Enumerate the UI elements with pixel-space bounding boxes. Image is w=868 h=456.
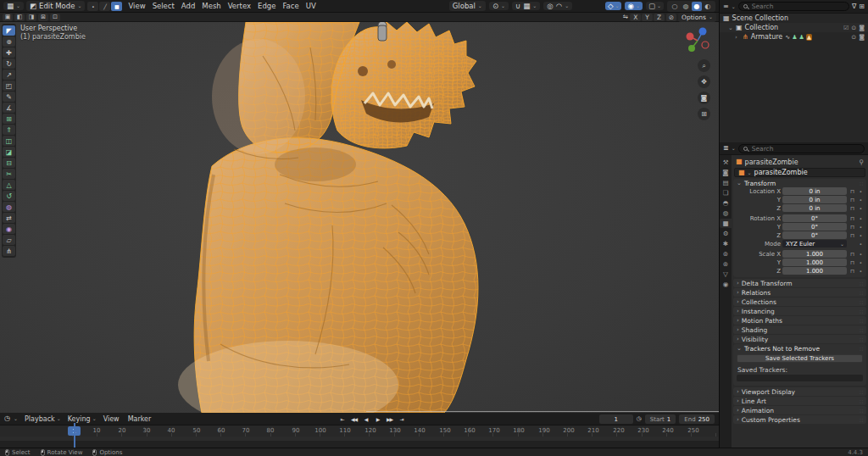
properties-search-input[interactable] (750, 144, 860, 153)
tool-loop-cut[interactable]: ⊟ (3, 158, 15, 168)
outliner-editor-icon[interactable]: ≡ (723, 3, 729, 10)
tool-shear[interactable]: ▱ (3, 235, 15, 245)
transform-panel-header[interactable]: ⌄ Transform ∷ (733, 179, 866, 187)
mirror-axis-button[interactable]: Z (654, 14, 665, 21)
camera-view-button[interactable]: ◙ (698, 92, 710, 104)
panel-header[interactable]: › Line Art ∷ (733, 397, 866, 405)
select-mode-option-button[interactable]: ⊠ (38, 14, 48, 21)
panel-header[interactable]: › Custom Properties ∷ (733, 415, 866, 424)
orientation-dropdown[interactable]: Global ⌄ (449, 1, 486, 11)
pivot-dropdown[interactable]: ⊙ ⌄ (489, 2, 509, 11)
data-icon[interactable]: ▲ (806, 34, 812, 41)
animate-dot-icon[interactable]: ∙ (858, 205, 864, 211)
current-frame-field[interactable]: 1 (599, 414, 633, 424)
camera-visibility-icon[interactable]: ◙ (859, 34, 865, 41)
play-button[interactable]: ▶ (373, 414, 382, 424)
tool-extrude-region[interactable]: ⇑ (3, 125, 15, 135)
tab-object[interactable]: ■ (720, 219, 732, 228)
tool-rotate[interactable]: ↻ (3, 58, 15, 69)
new-collection-icon[interactable]: ⊞ (859, 3, 865, 10)
show-overlays-toggle[interactable]: ◉ ⌄ (625, 2, 642, 11)
outliner-search[interactable] (738, 2, 849, 11)
expand-arrow-icon[interactable]: ⌄ (728, 25, 733, 31)
animate-dot-icon[interactable]: ∙ (858, 197, 864, 203)
camera-visibility-icon[interactable]: ◙ (859, 25, 865, 31)
panel-header[interactable]: › Viewport Display ∷ (733, 387, 866, 396)
panel-header[interactable]: › Animation ∷ (733, 406, 866, 414)
tool-annotate[interactable]: ✎ (3, 92, 15, 102)
tool-cursor[interactable]: ⊕ (3, 36, 15, 47)
panel-header[interactable]: › Delta Transform ∷ (733, 279, 866, 287)
properties-editor-icon[interactable]: ≣ (723, 145, 729, 152)
lock-icon[interactable]: ⊓ (849, 188, 856, 195)
perspective-toggle-button[interactable]: ⊞ (698, 108, 710, 120)
clock-icon[interactable]: ◷ (637, 416, 642, 422)
mirror-axis-button[interactable]: Y (642, 14, 653, 21)
data-icon[interactable]: ♟ (792, 34, 797, 41)
tab-tool[interactable]: ⚒ (720, 158, 732, 167)
transform-value-field[interactable]: 0 in (782, 196, 847, 203)
menu-item[interactable]: Mesh (198, 2, 224, 10)
tab-modifiers[interactable]: ⚙ (720, 229, 732, 238)
tool-rip-region[interactable]: ⋔ (3, 246, 15, 256)
end-frame-field[interactable]: End250 (679, 414, 715, 424)
jump-to-start-button[interactable]: ⇤ (337, 414, 347, 424)
tool-move[interactable]: ✚ (3, 47, 15, 58)
transform-value-field[interactable]: XYZ Euler⌄ (782, 240, 847, 247)
timeline-ruler[interactable]: 1020304050607080901001101201301401501601… (0, 425, 719, 437)
playhead-line[interactable] (74, 423, 75, 448)
tool-shrink-fatten[interactable]: ◉ (3, 224, 15, 234)
menu-item[interactable]: UV (303, 2, 320, 10)
menu-item[interactable]: View (100, 415, 125, 423)
animate-dot-icon[interactable]: ∙ (858, 241, 864, 247)
save-selected-trackers-button[interactable]: Save Selected Trackers (737, 354, 863, 363)
data-icon[interactable]: ♟ (798, 34, 804, 41)
filter-icon[interactable]: ∇ (852, 3, 856, 10)
face-select-mode[interactable]: ■ (111, 2, 122, 11)
menu-item[interactable]: Playback⌄ (21, 415, 64, 423)
breadcrumb-object-label[interactable]: parasiteZombie (745, 158, 798, 166)
select-mode-option-button[interactable]: ◧ (14, 14, 25, 21)
tab-particles[interactable]: ✱ (720, 239, 732, 248)
menu-item[interactable]: Marker (125, 415, 157, 423)
transform-value-field[interactable]: 0° (782, 223, 847, 231)
lock-icon[interactable]: ⊓ (849, 215, 856, 222)
select-mode-option-button[interactable]: ⊡ (50, 14, 60, 21)
tab-material[interactable]: ◉ (720, 280, 732, 289)
animate-dot-icon[interactable]: ∙ (858, 251, 864, 257)
menu-item[interactable]: View (125, 2, 148, 10)
transform-value-field[interactable]: 0° (782, 214, 847, 222)
tab-output[interactable]: ▤ (720, 178, 732, 187)
tool-poly-build[interactable]: △ (3, 180, 15, 190)
animate-dot-icon[interactable]: ∙ (858, 259, 864, 265)
lock-icon[interactable]: ⊓ (849, 268, 856, 275)
menu-item[interactable]: Vertex (225, 2, 254, 10)
menu-item[interactable]: Add (178, 2, 198, 10)
shading-rendered-button[interactable]: ◐ (703, 2, 713, 11)
edge-select-mode[interactable]: ╱ (99, 2, 110, 11)
saved-trackers-field[interactable] (737, 375, 863, 381)
tool-smooth[interactable]: ◍ (3, 202, 15, 212)
lock-icon[interactable]: ⊓ (849, 224, 856, 231)
tab-world[interactable]: ◍ (720, 209, 732, 218)
tab-physics[interactable]: ⊚ (720, 249, 732, 259)
tool-scale[interactable]: ↗ (3, 70, 15, 80)
outliner-row-armature[interactable]: › ⋔ Armature ∿♟♟▲ ⊙ ◙ (720, 32, 868, 42)
trackers-panel-header[interactable]: ⌄ Trackers Not to Remove ∷ (733, 344, 866, 353)
transform-value-field[interactable]: 1.000 (782, 259, 847, 266)
pin-icon[interactable]: ⚲ (859, 158, 864, 166)
outliner-row-collection[interactable]: ⌄ ▣ Collection ☑ ⊙ ◙ (720, 23, 868, 32)
menu-item[interactable]: Edge (254, 2, 279, 10)
panel-header[interactable]: › Motion Paths ∷ (733, 316, 866, 325)
shading-wireframe-button[interactable]: ○ (670, 2, 680, 11)
next-keyframe-button[interactable]: ▶▶ (385, 414, 394, 424)
menu-item[interactable]: Select (149, 2, 178, 10)
tool-knife[interactable]: ✂ (3, 169, 15, 179)
start-frame-field[interactable]: Start1 (645, 414, 676, 424)
collapse-arrow-icon[interactable]: › (735, 34, 740, 41)
transform-value-field[interactable]: 1.000 (782, 250, 847, 258)
prev-keyframe-button[interactable]: ◀◀ (349, 414, 359, 424)
proportional-edit-toggle[interactable]: ◎ ◠ ⌄ (543, 2, 572, 11)
animate-dot-icon[interactable]: ∙ (858, 268, 864, 274)
options-dropdown[interactable]: Options ⌄ (678, 13, 716, 22)
